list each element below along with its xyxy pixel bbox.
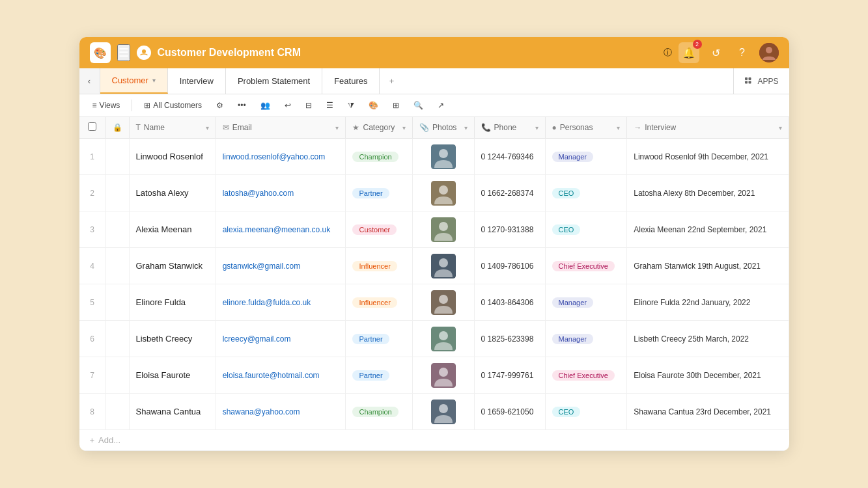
row-checkbox-8[interactable]: 8 <box>79 394 106 430</box>
tab-add-button[interactable]: + <box>380 68 403 94</box>
row-checkbox-4[interactable]: 4 <box>79 248 106 284</box>
row-name-1[interactable]: Linwood Rosenlof <box>129 139 216 175</box>
row-name-2[interactable]: Latosha Alexy <box>129 175 216 211</box>
row-category-6[interactable]: Partner <box>346 321 412 357</box>
col-personas[interactable]: ● Personas ▾ <box>545 117 627 139</box>
row-category-1[interactable]: Champion <box>346 139 412 175</box>
row-photo-3[interactable] <box>412 211 474 248</box>
row-category-2[interactable]: Partner <box>346 175 412 211</box>
row-persona-7[interactable]: Chief Executive <box>545 357 627 394</box>
email-link[interactable]: latosha@yahoo.com <box>223 189 294 198</box>
row-photo-1[interactable] <box>412 139 474 175</box>
svg-rect-4 <box>749 77 751 80</box>
row-email-4[interactable]: gstanwick@gmail.com <box>216 248 346 284</box>
toolbar-dots-button[interactable]: ••• <box>232 98 251 113</box>
table-header-row: 🔒 T Name ▾ ✉ Email ▾ <box>79 117 789 139</box>
toolbar-color-button[interactable]: 🎨 <box>363 98 384 113</box>
row-category-7[interactable]: Partner <box>346 357 412 394</box>
email-link[interactable]: elinore.fulda@fulda.co.uk <box>223 298 311 307</box>
email-link[interactable]: alexia.meenan@meenan.co.uk <box>223 225 331 234</box>
row-email-2[interactable]: latosha@yahoo.com <box>216 175 346 211</box>
row-photo-5[interactable] <box>412 284 474 321</box>
row-photo-4[interactable] <box>412 248 474 284</box>
col-interview[interactable]: → Interview ▾ <box>627 117 789 139</box>
col-checkbox[interactable] <box>79 117 106 139</box>
tab-customer[interactable]: Customer ▾ <box>100 68 168 94</box>
row-persona-1[interactable]: Manager <box>545 139 627 175</box>
row-category-5[interactable]: Influencer <box>346 284 412 321</box>
toolbar-search-button[interactable]: 🔍 <box>408 98 428 113</box>
row-checkbox-7[interactable]: 7 <box>79 357 106 394</box>
all-customers-button[interactable]: ⊞ All Customers <box>139 98 207 113</box>
menu-button[interactable]: ☰ <box>117 44 130 61</box>
select-all-checkbox[interactable] <box>88 122 96 131</box>
svg-point-14 <box>439 258 448 267</box>
tab-interview[interactable]: Interview <box>168 68 226 94</box>
row-interview-8: Shawana Cantua 23rd December, 2021 <box>627 394 789 430</box>
email-link[interactable]: eloisa.faurote@hotmail.com <box>223 371 320 380</box>
row-name-8[interactable]: Shawana Cantua <box>129 394 216 430</box>
row-persona-4[interactable]: Chief Executive <box>545 248 627 284</box>
row-category-4[interactable]: Influencer <box>346 248 412 284</box>
row-persona-2[interactable]: CEO <box>545 175 627 211</box>
email-link[interactable]: linwood.rosenlof@yahoo.com <box>223 152 326 161</box>
tab-scroll-left[interactable]: ‹ <box>79 68 100 94</box>
row-category-8[interactable]: Champion <box>346 394 412 430</box>
row-email-7[interactable]: eloisa.faurote@hotmail.com <box>216 357 346 394</box>
row-persona-8[interactable]: CEO <box>545 394 627 430</box>
row-checkbox-5[interactable]: 5 <box>79 284 106 321</box>
row-checkbox-6[interactable]: 6 <box>79 321 106 357</box>
toolbar-group-button[interactable]: 👥 <box>255 98 275 113</box>
row-photo-6[interactable] <box>412 321 474 357</box>
col-phone[interactable]: 📞 Phone ▾ <box>474 117 545 139</box>
row-photo-7[interactable] <box>412 357 474 394</box>
toolbar-list-button[interactable]: ☰ <box>321 98 339 113</box>
row-persona-3[interactable]: CEO <box>545 211 627 248</box>
name-value: Lisbeth Creecy <box>136 334 193 344</box>
row-email-8[interactable]: shawana@yahoo.com <box>216 394 346 430</box>
row-name-7[interactable]: Eloisa Faurote <box>129 357 216 394</box>
row-checkbox-2[interactable]: 2 <box>79 175 106 211</box>
email-link[interactable]: lcreecy@gmail.com <box>223 334 291 344</box>
row-name-3[interactable]: Alexia Meenan <box>129 211 216 248</box>
col-name[interactable]: T Name ▾ <box>129 117 216 139</box>
toolbar-columns-button[interactable]: ⊟ <box>300 98 317 113</box>
views-button[interactable]: ≡ Views <box>87 98 126 113</box>
row-lock-7 <box>105 357 129 394</box>
toolbar-share-button[interactable]: ↗ <box>432 98 449 113</box>
col-email[interactable]: ✉ Email ▾ <box>216 117 346 139</box>
col-category[interactable]: ★ Category ▾ <box>346 117 412 139</box>
row-persona-6[interactable]: Manager <box>545 321 627 357</box>
email-link[interactable]: gstanwick@gmail.com <box>223 262 301 271</box>
toolbar-filter-button[interactable]: ⧩ <box>343 98 359 113</box>
col-photos[interactable]: 📎 Photos ▾ <box>412 117 474 139</box>
row-email-6[interactable]: lcreecy@gmail.com <box>216 321 346 357</box>
user-avatar[interactable] <box>759 43 779 62</box>
row-name-4[interactable]: Graham Stanwick <box>129 248 216 284</box>
history-button[interactable]: ↺ <box>707 44 725 62</box>
notifications-button[interactable]: 🔔 2 <box>679 42 699 63</box>
row-checkbox-3[interactable]: 3 <box>79 211 106 248</box>
email-link[interactable]: shawana@yahoo.com <box>223 407 300 416</box>
row-photo-2[interactable] <box>412 175 474 211</box>
svg-rect-6 <box>749 81 751 83</box>
row-photo-8[interactable] <box>412 394 474 430</box>
add-row-button[interactable]: + Add... <box>79 430 789 451</box>
row-email-3[interactable]: alexia.meenan@meenan.co.uk <box>216 211 346 248</box>
db-icon <box>137 46 151 60</box>
row-name-6[interactable]: Lisbeth Creecy <box>129 321 216 357</box>
apps-button[interactable]: APPS <box>733 68 789 94</box>
row-persona-5[interactable]: Manager <box>545 284 627 321</box>
row-name-5[interactable]: Elinore Fulda <box>129 284 216 321</box>
toolbar-undo-button[interactable]: ↩ <box>279 98 296 113</box>
toolbar-table-button[interactable]: ⊞ <box>387 98 404 113</box>
row-checkbox-1[interactable]: 1 <box>79 139 106 175</box>
help-button[interactable]: ? <box>733 44 751 62</box>
row-category-3[interactable]: Customer <box>346 211 412 248</box>
tab-problem-statement[interactable]: Problem Statement <box>226 68 322 94</box>
row-email-1[interactable]: linwood.rosenlof@yahoo.com <box>216 139 346 175</box>
row-email-5[interactable]: elinore.fulda@fulda.co.uk <box>216 284 346 321</box>
tab-features[interactable]: Features <box>322 68 380 94</box>
email-col-label: Email <box>232 123 252 132</box>
toolbar-extra-button[interactable]: ⚙ <box>211 98 229 113</box>
